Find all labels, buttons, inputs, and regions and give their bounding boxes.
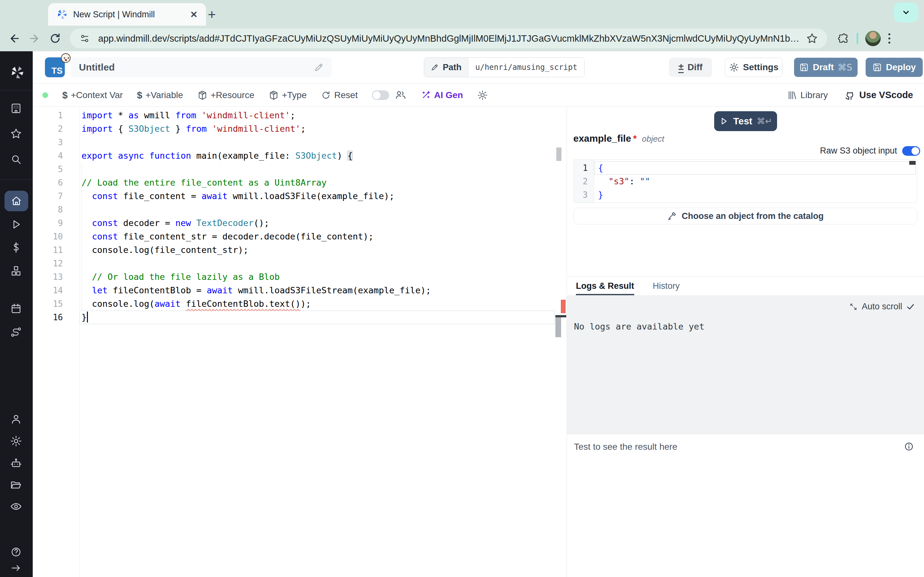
url-text[interactable]: app.windmill.dev/scripts/add#JTdCJTIyaGF… xyxy=(98,33,798,44)
code-line[interactable]: 15 console.log(await fileContentBlob.tex… xyxy=(33,297,555,311)
sidebar-search-icon[interactable] xyxy=(10,153,23,166)
sidebar-variables-dollar-icon[interactable] xyxy=(10,242,23,254)
sidebar-help-circle-icon[interactable] xyxy=(10,546,23,559)
line-content: import * as wmill from 'windmill-client'… xyxy=(79,109,555,122)
gear-icon xyxy=(729,62,739,73)
error-overview-marker xyxy=(561,300,565,313)
draft-button[interactable]: Draft ⌘S xyxy=(794,58,858,77)
site-settings-icon[interactable] xyxy=(79,33,90,44)
test-shortcut: ⌘↵ xyxy=(757,116,772,126)
edit-pencil-icon[interactable] xyxy=(314,62,324,73)
sidebar-schedules-calendar-icon[interactable] xyxy=(10,303,23,316)
use-vscode-button[interactable]: Use VScode xyxy=(845,89,913,101)
code-line[interactable]: 12 xyxy=(33,257,555,270)
json-line[interactable]: 2 "s3": "" xyxy=(573,175,916,188)
sidebar-resources-cubes-icon[interactable] xyxy=(10,265,23,277)
editor-scrollbar-thumb-2[interactable] xyxy=(556,318,561,337)
profile-avatar[interactable] xyxy=(865,31,881,46)
tab-history[interactable]: History xyxy=(653,277,680,295)
code-line[interactable]: 8 xyxy=(33,203,555,216)
code-editor[interactable]: 1import * as wmill from 'windmill-client… xyxy=(33,107,566,577)
sidebar-settings-gear-icon[interactable] xyxy=(10,435,23,448)
bookmark-star-icon[interactable] xyxy=(806,32,818,45)
deploy-button[interactable]: Deploy xyxy=(866,58,923,77)
url-bar[interactable]: app.windmill.dev/scripts/add#JTdCJTIyaGF… xyxy=(70,29,827,48)
add-variable-button[interactable]: $ +Variable xyxy=(137,90,183,101)
extensions-puzzle-icon[interactable] xyxy=(837,32,850,45)
code-line[interactable]: 3 xyxy=(33,135,555,149)
path-button[interactable]: Path u/henri/amusing_script xyxy=(424,57,585,77)
script-title[interactable]: Untitled xyxy=(79,62,314,73)
raw-s3-label: Raw S3 object input xyxy=(820,146,897,156)
choose-object-label: Choose an object from the catalog xyxy=(682,211,824,221)
sidebar-workspace-icon[interactable] xyxy=(10,102,23,115)
reload-icon[interactable] xyxy=(49,32,61,45)
sidebar-workers-robot-icon[interactable] xyxy=(10,458,23,470)
script-title-field[interactable]: Untitled xyxy=(71,57,332,77)
code-line[interactable]: 13 // Or load the file lazily as a Blob xyxy=(33,270,555,284)
code-line[interactable]: 6// Load the entire file_content as a Ui… xyxy=(33,176,555,189)
tab-logs-result[interactable]: Logs & Result xyxy=(576,277,634,295)
browser-tab[interactable]: New Script | Windmill ✕ xyxy=(48,3,206,26)
sidebar-folders-icon[interactable] xyxy=(10,479,23,492)
sidebar-runs-play-icon[interactable] xyxy=(10,218,23,231)
json-line[interactable]: 1{ xyxy=(573,161,916,175)
code-line[interactable]: 2import { S3Object } from 'windmill-clie… xyxy=(33,122,555,135)
sidebar-flows-route-icon[interactable] xyxy=(10,326,23,339)
multiplayer-toggle[interactable] xyxy=(372,90,389,100)
windmill-favicon-icon xyxy=(57,9,67,20)
diff-button[interactable]: ± Diff xyxy=(669,58,712,77)
library-button[interactable]: Library xyxy=(787,90,828,100)
required-marker: * xyxy=(633,133,637,144)
ai-gen-button[interactable]: AI Gen xyxy=(421,90,463,100)
add-context-var-button[interactable]: $ +Context Var xyxy=(62,90,123,101)
new-tab-button[interactable]: + xyxy=(208,7,216,23)
tab-close-icon[interactable]: ✕ xyxy=(190,9,198,20)
sidebar-user-icon[interactable] xyxy=(10,413,23,426)
reset-button[interactable]: Reset xyxy=(321,90,358,100)
sidebar-windmill-logo-icon[interactable] xyxy=(10,66,23,79)
sidebar-home-icon[interactable] xyxy=(5,191,28,211)
json-input-editor[interactable]: 1{2 "s3": ""3} xyxy=(573,159,917,203)
variable-label: +Variable xyxy=(145,90,183,100)
test-button[interactable]: Test ⌘↵ xyxy=(714,111,777,131)
info-icon[interactable] xyxy=(903,441,914,452)
forward-icon[interactable] xyxy=(28,32,41,45)
editor-toolbar: $ +Context Var $ +Variable +Resource +Ty… xyxy=(33,84,924,107)
add-type-button[interactable]: +Type xyxy=(268,90,307,100)
line-content xyxy=(79,135,555,149)
settings-button[interactable]: Settings xyxy=(725,58,782,77)
code-line[interactable]: 11 console.log(file_content_str); xyxy=(33,243,555,257)
code-line[interactable]: 4export async function main(example_file… xyxy=(33,149,555,163)
sidebar-collapse-arrow-icon[interactable] xyxy=(10,562,23,575)
auto-scroll-control[interactable]: Auto scroll xyxy=(849,301,915,311)
choose-object-button[interactable]: Choose an object from the catalog xyxy=(573,208,917,224)
save-icon xyxy=(872,63,882,72)
line-content xyxy=(79,257,555,270)
code-line[interactable]: 9 const decoder = new TextDecoder(); xyxy=(33,216,555,230)
code-line[interactable]: 5 xyxy=(33,163,555,176)
browser-menu-icon[interactable] xyxy=(888,33,890,44)
code-line[interactable]: 1import * as wmill from 'windmill-client… xyxy=(33,109,555,122)
editor-scrollbar-thumb[interactable] xyxy=(556,147,561,161)
line-content: const file_content_str = decoder.decode(… xyxy=(79,230,555,243)
sidebar-favorites-star-icon[interactable] xyxy=(10,127,23,140)
code-line[interactable]: 10 const file_content_str = decoder.deco… xyxy=(33,230,555,243)
back-icon[interactable] xyxy=(8,32,21,45)
cursor-overview-marker xyxy=(556,315,566,318)
code-line[interactable]: 16} xyxy=(33,311,555,324)
line-number: 10 xyxy=(33,230,79,243)
baby-emoji-badge-icon xyxy=(61,53,71,63)
play-icon xyxy=(719,116,729,126)
sidebar-audit-eye-icon[interactable] xyxy=(10,500,23,513)
add-resource-button[interactable]: +Resource xyxy=(197,90,254,100)
code-line[interactable]: 7 const file_content = await wmill.loadS… xyxy=(33,189,555,203)
tab-search-chevron-button[interactable] xyxy=(894,3,918,23)
browser-chrome: New Script | Windmill ✕ + app.windmill.d… xyxy=(0,0,924,51)
resource-label: +Resource xyxy=(211,90,254,100)
json-line[interactable]: 3} xyxy=(573,188,916,201)
editor-settings-gear-icon[interactable] xyxy=(477,90,488,101)
raw-s3-toggle[interactable] xyxy=(902,146,920,156)
preview-panel: Test ⌘↵ example_file * object Raw S3 obj… xyxy=(567,107,924,577)
code-line[interactable]: 14 let fileContentBlob = await wmill.loa… xyxy=(33,284,555,297)
